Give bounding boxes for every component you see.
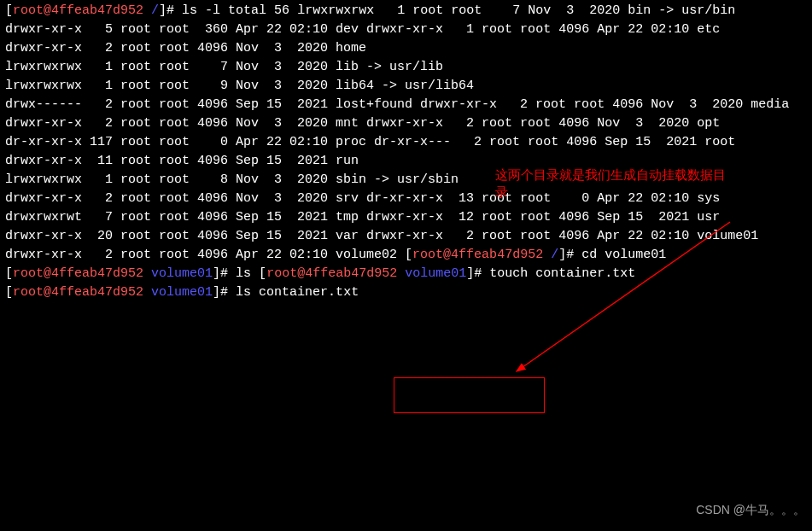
ls-row: lrwxrwxrwx 1 root root 7 Nov 3 2020 lib …	[5, 60, 443, 74]
total-line: total 56	[228, 3, 289, 18]
annotation-text: 这两个目录就是我们生成自动挂载数据目 录	[495, 166, 726, 201]
ls-row: lrwxrwxrwx 1 root root 7 Nov 3 2020 bin …	[297, 3, 735, 18]
ls-row: drwxr-xr-x 2 root root 4096 Nov 3 2020 o…	[366, 116, 720, 131]
ls-row: drwxr-xr-x 2 root root 4096 Nov 3 2020 h…	[5, 41, 366, 55]
ls-row: drwxrwxrwt 7 root root 4096 Sep 15 2021 …	[5, 210, 359, 225]
terminal-output: [root@4ffeab47d952 /]# ls -l total 56 lr…	[5, 2, 807, 302]
prompt-line[interactable]: [root@4ffeab47d952 volume01]# ls	[5, 285, 251, 300]
ls-row: drwxr-xr-x 11 root root 4096 Sep 15 2021…	[5, 154, 359, 168]
ls-row: drwxr-xr-x 2 root root 4096 Apr 22 02:10…	[366, 229, 758, 243]
prompt-line[interactable]: [root@4ffeab47d952 volume01]# ls	[5, 266, 251, 281]
ls-row: drwxr-xr-x 2 root root 4096 Nov 3 2020 m…	[5, 116, 359, 131]
ls-row: drwxr-xr-x 2 root root 4096 Apr 22 02:10…	[5, 248, 397, 262]
prompt-line[interactable]: [root@4ffeab47d952 /]# ls -l	[5, 3, 220, 18]
ls-row: drwxr-xr-x 2 root root 4096 Nov 3 2020 m…	[420, 97, 789, 112]
ls-row: drwxr-xr-x 20 root root 4096 Sep 15 2021…	[5, 229, 359, 243]
ls-row: drwxr-xr-x 12 root root 4096 Sep 15 2021…	[366, 210, 720, 225]
ls-row: drwxr-xr-x 5 root root 360 Apr 22 02:10 …	[5, 22, 359, 37]
prompt-line[interactable]: [root@4ffeab47d952 volume01]# touch cont…	[259, 266, 635, 281]
ls-row: drwxr-xr-x 2 root root 4096 Nov 3 2020 s…	[5, 191, 359, 206]
watermark: CSDN @牛马。。。	[696, 500, 805, 519]
ls-row: lrwxrwxrwx 1 root root 9 Nov 3 2020 lib6…	[5, 79, 474, 93]
ls-row: drwx------ 2 root root 4096 Sep 15 2021 …	[5, 97, 412, 112]
output-file: container.txt	[259, 285, 359, 300]
ls-row: drwxr-xr-x 1 root root 4096 Apr 22 02:10…	[366, 22, 720, 37]
prompt-line[interactable]: [root@4ffeab47d952 /]# cd volume01	[405, 248, 666, 262]
ls-row: lrwxrwxrwx 1 root root 8 Nov 3 2020 sbin…	[5, 172, 459, 187]
highlight-rectangle	[394, 377, 545, 413]
ls-row: dr-xr-xr-x 117 root root 0 Apr 22 02:10 …	[5, 135, 366, 149]
ls-row: dr-xr-x--- 2 root root 4096 Sep 15 2021 …	[374, 135, 735, 149]
